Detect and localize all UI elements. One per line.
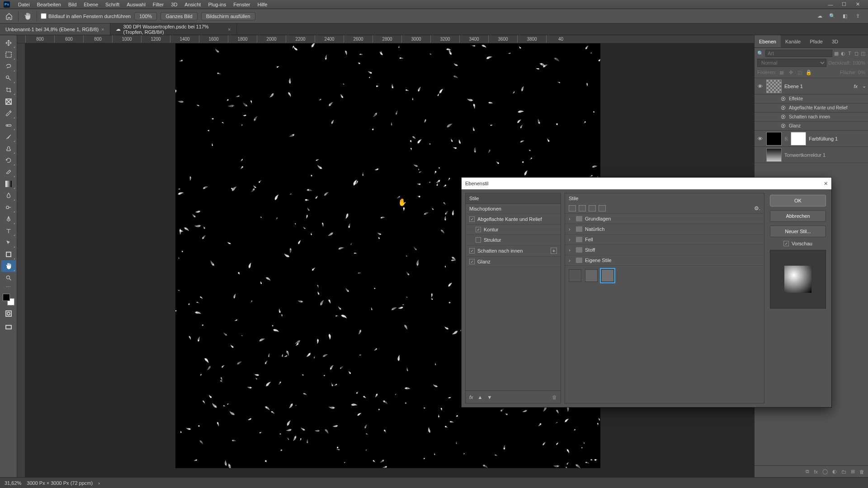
filter-image-icon[interactable]: ▦ bbox=[834, 50, 839, 57]
menu-bearbeiten[interactable]: Bearbeiten bbox=[33, 2, 65, 7]
layer-farbfuellung[interactable]: 👁 ⎘ Farbfüllung 1 bbox=[755, 131, 868, 147]
cloud-docs-icon[interactable]: ☁ bbox=[816, 12, 824, 20]
styles-header[interactable]: Stile bbox=[466, 193, 561, 204]
tab-3d[interactable]: 3D bbox=[827, 35, 843, 47]
layer-filter-input[interactable] bbox=[765, 50, 832, 57]
new-style-button[interactable]: Neuer Stil... bbox=[770, 225, 826, 237]
bevel-emboss-item[interactable]: Abgeflachte Kante und Relief bbox=[466, 214, 561, 225]
visibility-toggle[interactable]: ⦿ bbox=[780, 96, 786, 102]
crop-tool[interactable] bbox=[1, 84, 16, 96]
blending-options-item[interactable]: Mischoptionen bbox=[466, 204, 561, 214]
adjustment-thumbnail[interactable] bbox=[766, 148, 782, 162]
checkbox-icon[interactable] bbox=[783, 241, 789, 246]
gear-icon[interactable]: ⚙. bbox=[754, 205, 760, 211]
workspace-icon[interactable]: ◧ bbox=[841, 12, 849, 20]
eraser-tool[interactable] bbox=[1, 166, 16, 178]
layer-tonwertkorrektur[interactable]: Tonwertkorrektur 1 bbox=[755, 147, 868, 163]
tab-pfade[interactable]: Pfade bbox=[805, 35, 827, 47]
fit-screen-button[interactable]: Ganzes Bild bbox=[160, 12, 197, 20]
menu-filter[interactable]: Filter bbox=[149, 2, 167, 7]
checkbox-icon[interactable] bbox=[476, 237, 481, 243]
texture-item[interactable]: Struktur bbox=[466, 235, 561, 245]
new-layer-icon[interactable]: ⊞ bbox=[851, 469, 855, 474]
document-tab-1[interactable]: Unbenannt-1 bei 34,8% (Ebene 1, RGB/8) × bbox=[0, 23, 110, 35]
tab-ebenen[interactable]: Ebenen bbox=[755, 35, 781, 47]
arrow-down-icon[interactable]: ▼ bbox=[487, 394, 492, 400]
shape-tool[interactable] bbox=[1, 249, 16, 260]
marquee-tool[interactable] bbox=[1, 49, 16, 61]
view-large-icon[interactable] bbox=[589, 205, 596, 211]
preset-3[interactable] bbox=[601, 269, 614, 282]
add-effect-icon[interactable]: + bbox=[551, 248, 557, 254]
preview-checkbox[interactable]: Vorschau bbox=[770, 241, 826, 246]
mask-thumbnail[interactable] bbox=[791, 132, 806, 145]
folder-natuerlich[interactable]: ›Natürlich bbox=[565, 224, 764, 235]
preset-2[interactable] bbox=[585, 269, 598, 282]
menu-ansicht[interactable]: Ansicht bbox=[181, 2, 204, 7]
group-icon[interactable]: 🗀 bbox=[841, 469, 846, 474]
blend-mode-select[interactable]: Normal bbox=[757, 59, 826, 67]
chevron-down-icon[interactable]: ⌄ bbox=[862, 83, 866, 89]
folder-eigene-stile[interactable]: ›Eigene Stile bbox=[565, 255, 764, 266]
contour-item[interactable]: Kontur bbox=[466, 225, 561, 235]
menu-datei[interactable]: Datei bbox=[14, 2, 33, 7]
arrow-up-icon[interactable]: ▲ bbox=[478, 394, 483, 400]
visibility-toggle[interactable]: ⦿ bbox=[780, 114, 786, 120]
lock-pixels-icon[interactable]: ▦ bbox=[778, 69, 785, 76]
fx-badge[interactable]: fx bbox=[854, 84, 858, 89]
adjustment-icon[interactable]: ◐ bbox=[832, 469, 837, 474]
frame-tool[interactable] bbox=[1, 96, 16, 108]
menu-3d[interactable]: 3D bbox=[167, 2, 181, 7]
visibility-toggle[interactable]: 👁 bbox=[756, 136, 764, 141]
menu-hilfe[interactable]: Hilfe bbox=[254, 2, 271, 7]
brush-tool[interactable] bbox=[1, 131, 16, 143]
folder-stoff[interactable]: ›Stoff bbox=[565, 245, 764, 255]
mask-icon[interactable]: ◯ bbox=[822, 469, 828, 474]
ok-button[interactable]: OK bbox=[770, 195, 826, 206]
layer-name[interactable]: Farbfüllung 1 bbox=[809, 136, 866, 141]
checkbox-icon[interactable] bbox=[469, 216, 475, 222]
close-icon[interactable]: × bbox=[228, 27, 231, 32]
menu-plugins[interactable]: Plug-ins bbox=[204, 2, 230, 7]
lock-artboard-icon[interactable]: ◫ bbox=[796, 69, 803, 76]
fill-screen-button[interactable]: Bildschirm ausfüllen bbox=[201, 12, 255, 20]
window-close-button[interactable]: ✕ bbox=[851, 0, 864, 9]
checkbox-icon[interactable] bbox=[469, 248, 475, 253]
screenmode-button[interactable] bbox=[1, 322, 16, 333]
dialog-titlebar[interactable]: Ebenenstil ✕ bbox=[462, 178, 831, 189]
fx-satin[interactable]: ⦿ Glanz bbox=[755, 122, 868, 131]
window-minimize-button[interactable]: — bbox=[824, 0, 837, 9]
folder-grundlagen[interactable]: ›Grundlagen bbox=[565, 214, 764, 224]
lasso-tool[interactable] bbox=[1, 61, 16, 72]
healing-brush-tool[interactable] bbox=[1, 119, 16, 131]
history-brush-tool[interactable] bbox=[1, 155, 16, 166]
eyedropper-tool[interactable] bbox=[1, 108, 16, 119]
quick-select-tool[interactable] bbox=[1, 72, 16, 84]
fill-thumbnail[interactable] bbox=[766, 132, 782, 145]
menu-auswahl[interactable]: Auswahl bbox=[123, 2, 149, 7]
folder-fell[interactable]: ›Fell bbox=[565, 235, 764, 245]
gradient-tool[interactable] bbox=[1, 178, 16, 190]
type-tool[interactable] bbox=[1, 225, 16, 237]
scroll-all-windows-checkbox[interactable]: Bildlauf in allen Fenstern durchführen bbox=[41, 13, 131, 19]
fx-icon[interactable]: fx bbox=[814, 469, 818, 474]
preset-1[interactable] bbox=[569, 269, 581, 282]
edit-toolbar-button[interactable]: ⋯ bbox=[1, 284, 16, 290]
fx-menu-icon[interactable]: fx bbox=[469, 394, 473, 400]
layer-ebene-1[interactable]: 👁 Ebene 1 fx ⌄ bbox=[755, 78, 868, 94]
layer-thumbnail[interactable] bbox=[766, 80, 782, 93]
visibility-toggle[interactable]: ⦿ bbox=[780, 123, 786, 129]
clone-stamp-tool[interactable] bbox=[1, 143, 16, 155]
link-icon[interactable]: ⎘ bbox=[784, 136, 788, 141]
fx-bevel[interactable]: ⦿ Abgeflachte Kante und Relief bbox=[755, 103, 868, 113]
effects-header[interactable]: ⦿ Effekte bbox=[755, 94, 868, 103]
color-swatch[interactable] bbox=[3, 294, 14, 305]
chevron-right-icon[interactable]: › bbox=[98, 480, 100, 486]
visibility-toggle[interactable]: 👁 bbox=[756, 84, 764, 89]
filter-adjust-icon[interactable]: ◐ bbox=[841, 50, 846, 57]
share-icon[interactable]: ⇪ bbox=[854, 12, 862, 20]
document-dimensions[interactable]: 3000 Px × 3000 Px (72 ppcm) bbox=[27, 480, 93, 486]
view-list-icon[interactable] bbox=[599, 205, 606, 211]
filter-shape-icon[interactable]: ◻ bbox=[854, 50, 859, 57]
trash-icon[interactable]: 🗑 bbox=[859, 469, 864, 474]
